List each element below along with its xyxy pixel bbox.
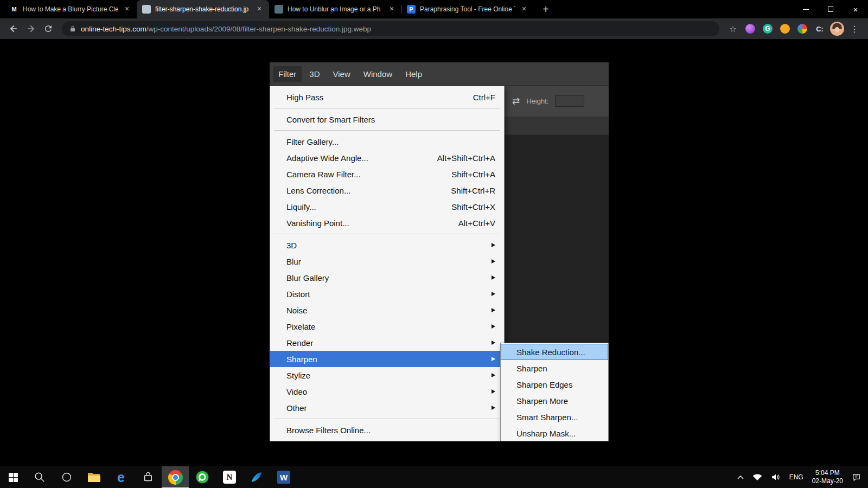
menu-item-label: Sharpen More xyxy=(516,396,568,406)
filter-menu-item[interactable]: 3D xyxy=(270,237,504,253)
photoshop-menubar-item[interactable]: 3D xyxy=(304,66,325,82)
filter-menu-item[interactable]: Browse Filters Online... xyxy=(270,422,504,438)
filter-menu-item[interactable]: Pixelate xyxy=(270,318,504,335)
start-button[interactable] xyxy=(0,466,26,488)
forward-button[interactable] xyxy=(23,21,39,37)
filter-menu-item[interactable]: Adaptive Wide Angle... Alt+Shift+Ctrl+A xyxy=(270,150,504,166)
menu-section: Filter Gallery... Adaptive Wide Angle...… xyxy=(270,133,504,231)
menu-item-label: Noise xyxy=(286,306,307,315)
reload-button[interactable] xyxy=(40,21,56,37)
submenu-arrow-icon xyxy=(492,292,495,296)
window-maximize-button[interactable] xyxy=(818,0,843,18)
action-center-icon xyxy=(852,473,861,482)
star-icon: ☆ xyxy=(729,24,737,34)
menu-item-label: Blur xyxy=(286,257,301,266)
avatar-icon xyxy=(830,22,844,36)
menu-item-shortcut: Alt+Shift+Ctrl+A xyxy=(437,153,495,163)
volume-button[interactable] xyxy=(767,466,784,488)
word-button[interactable]: W xyxy=(270,466,297,488)
sharpen-submenu-item[interactable]: Sharpen xyxy=(501,360,608,376)
forward-arrow-icon xyxy=(25,23,36,34)
filter-menu-item[interactable]: Noise xyxy=(270,302,504,318)
sharpen-submenu-item[interactable]: Smart Sharpen... xyxy=(501,409,608,425)
browser-tab[interactable]: filter-sharpen-shake-reduction.jp × xyxy=(137,0,269,18)
filter-menu-item[interactable]: Convert for Smart Filters xyxy=(270,111,504,127)
submenu-arrow-icon xyxy=(492,259,495,264)
taskbar-clock[interactable]: 5:04 PM 02-May-20 xyxy=(808,466,847,488)
filter-menu-item[interactable]: Distort xyxy=(270,286,504,302)
cortana-button[interactable] xyxy=(53,466,80,488)
whatsapp-button[interactable] xyxy=(189,466,216,488)
height-label: Height: xyxy=(526,97,548,105)
filter-menu-item[interactable]: Video xyxy=(270,383,504,400)
profile-avatar[interactable] xyxy=(829,21,845,37)
extension-icon-orange[interactable] xyxy=(777,21,793,37)
taskbar-search-button[interactable] xyxy=(26,466,53,488)
browser-tab[interactable]: How to Unblur an Image or a Ph × xyxy=(269,0,401,18)
menu-item-label: Smart Sharpen... xyxy=(516,413,578,422)
menu-item-label: Render xyxy=(286,338,313,348)
filter-menu-item[interactable]: Sharpen xyxy=(270,351,504,367)
tab-favicon-icon: P xyxy=(407,5,416,14)
filter-menu-item[interactable]: Liquify... Shift+Ctrl+X xyxy=(270,198,504,215)
filter-menu-item[interactable]: Other xyxy=(270,400,504,416)
tab-close-icon[interactable]: × xyxy=(387,5,396,14)
filter-menu-item[interactable]: Render xyxy=(270,335,504,351)
filter-menu-item[interactable]: Filter Gallery... xyxy=(270,133,504,150)
tab-title: Paraphrasing Tool - Free Online T xyxy=(420,5,515,13)
back-button[interactable] xyxy=(5,21,22,37)
bookmark-star-button[interactable]: ☆ xyxy=(725,21,741,37)
network-button[interactable] xyxy=(749,466,766,488)
browser-tab-strip: M How to Make a Blurry Picture Cle × fil… xyxy=(0,0,868,18)
menubar-item-label: 3D xyxy=(309,69,320,79)
language-indicator[interactable]: ENG xyxy=(786,466,807,488)
filter-menu-item[interactable]: Blur xyxy=(270,253,504,269)
edge-button[interactable]: e xyxy=(107,466,135,488)
sharpen-submenu-item[interactable]: Shake Reduction... xyxy=(501,344,608,360)
notion-button[interactable]: N xyxy=(216,466,243,488)
filter-menu-item[interactable]: Lens Correction... Shift+Ctrl+R xyxy=(270,182,504,198)
extension-icon-grammarly[interactable]: G xyxy=(760,21,776,37)
photoshop-menubar-item[interactable]: View xyxy=(328,66,356,82)
filter-menu-item[interactable]: Camera Raw Filter... Shift+Ctrl+A xyxy=(270,166,504,182)
extension-icon-multicolor[interactable] xyxy=(794,21,810,37)
filter-menu-item[interactable]: High Pass Ctrl+F xyxy=(270,89,504,105)
photoshop-menubar-item[interactable]: Help xyxy=(400,66,427,82)
feather-app-button[interactable] xyxy=(243,466,270,488)
sharpen-submenu-item[interactable]: Sharpen Edges xyxy=(501,376,608,393)
photoshop-menubar-item[interactable]: Filter xyxy=(273,66,302,82)
tab-favicon-icon xyxy=(275,5,283,14)
photoshop-options-bar: ⇄ Height: xyxy=(505,86,609,117)
new-tab-button[interactable]: + xyxy=(538,2,553,17)
file-explorer-button[interactable] xyxy=(80,466,107,488)
menu-section: 3D Blur Blur Gallery Distort Noise Pixel… xyxy=(270,237,504,416)
extension-icon-purple[interactable] xyxy=(742,21,758,37)
tab-close-icon[interactable]: × xyxy=(520,5,528,14)
menu-item-label: Video xyxy=(286,387,307,396)
chrome-button[interactable] xyxy=(162,466,189,488)
sharpen-submenu-item[interactable]: Unsharp Mask... xyxy=(501,425,608,441)
browser-menu-button[interactable]: ⋮ xyxy=(846,21,863,37)
extension-icon-c[interactable]: C: xyxy=(812,21,828,37)
filter-menu-item[interactable]: Blur Gallery xyxy=(270,269,504,286)
menu-separator xyxy=(274,419,500,419)
taskbar: e N W ENG 5:04 PM 02-May-20 xyxy=(0,466,868,488)
tab-close-icon[interactable]: × xyxy=(255,5,264,14)
feather-icon xyxy=(250,471,263,484)
browser-tab[interactable]: P Paraphrasing Tool - Free Online T × xyxy=(401,0,534,18)
lock-icon xyxy=(69,25,76,33)
action-center-button[interactable] xyxy=(848,466,865,488)
filter-menu-item[interactable]: Stylize xyxy=(270,367,504,383)
swap-dimensions-icon: ⇄ xyxy=(512,95,520,107)
height-input[interactable] xyxy=(555,95,584,107)
browser-tab[interactable]: M How to Make a Blurry Picture Cle × xyxy=(4,0,137,18)
filter-menu-item[interactable]: Vanishing Point... Alt+Ctrl+V xyxy=(270,215,504,231)
store-button[interactable] xyxy=(135,466,162,488)
window-close-button[interactable]: × xyxy=(843,0,868,18)
photoshop-menubar-item[interactable]: Window xyxy=(358,66,398,82)
tab-close-icon[interactable]: × xyxy=(123,5,131,14)
sharpen-submenu-item[interactable]: Sharpen More xyxy=(501,393,608,409)
hidden-icons-button[interactable] xyxy=(733,466,748,488)
address-bar[interactable]: online-tech-tips.com/wp-content/uploads/… xyxy=(62,21,719,36)
window-minimize-button[interactable] xyxy=(793,0,818,18)
